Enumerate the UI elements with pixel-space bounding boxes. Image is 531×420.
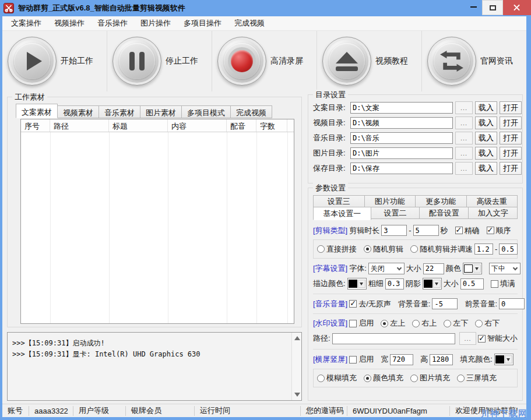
shadow-color-picker[interactable] xyxy=(423,278,442,290)
menu-item-music-ops[interactable]: 音乐操作 xyxy=(91,16,134,30)
blur-fill-radio[interactable] xyxy=(317,375,325,382)
smart-size-checkbox[interactable] xyxy=(478,335,486,343)
video-tutorial-button[interactable]: 视频教程 xyxy=(317,31,421,91)
tab-settings-three[interactable]: 设置三 xyxy=(313,195,365,207)
tab-advanced-dedup[interactable]: 高级去重 xyxy=(466,195,518,207)
menu-item-multiproject-ops[interactable]: 多项目操作 xyxy=(177,16,228,30)
outline-color-picker[interactable] xyxy=(347,278,367,290)
clip-min-input[interactable] xyxy=(381,225,407,236)
tab-settings-two[interactable]: 设置二 xyxy=(371,207,420,219)
copy-dir-input[interactable] xyxy=(350,102,453,114)
column-header-content[interactable]: 内容 xyxy=(168,119,227,132)
watermark-enable-checkbox[interactable] xyxy=(349,320,357,327)
music-dir-browse-button[interactable]: ... xyxy=(455,132,473,144)
tab-add-text[interactable]: 加入文字 xyxy=(468,207,518,219)
stop-work-button[interactable]: 停止工作 xyxy=(107,31,212,91)
fill-color-label: 填充颜色: xyxy=(460,354,493,365)
title-bar[interactable]: 智动群剪_正式版v6.8_智能自动批量剪辑视频软件 xyxy=(0,0,531,16)
font-select[interactable]: 关闭 xyxy=(368,263,405,274)
menu-item-video-ops[interactable]: 视频操作 xyxy=(48,16,91,30)
maximize-button[interactable] xyxy=(482,0,503,15)
tab-copy-material[interactable]: 文案素材 xyxy=(16,104,58,118)
copy-dir-open-button[interactable]: 打开 xyxy=(500,101,522,114)
screen-record-button[interactable]: 高清录屏 xyxy=(212,31,317,91)
speed-min-input[interactable] xyxy=(474,243,493,255)
materials-table-body[interactable] xyxy=(21,132,294,323)
column-header-voiceover[interactable]: 配音 xyxy=(227,119,256,132)
subtitle-color-picker[interactable] xyxy=(463,263,482,274)
image-dir-input[interactable] xyxy=(350,147,453,159)
save-dir-open-button[interactable]: 打开 xyxy=(500,162,522,175)
video-dir-input[interactable] xyxy=(350,117,453,129)
official-news-button[interactable]: 官网资讯 xyxy=(421,31,526,91)
fg-volume-input[interactable] xyxy=(499,298,525,309)
tab-music-material[interactable]: 音乐素材 xyxy=(99,105,140,118)
column-header-wordcount[interactable]: 字数 xyxy=(256,119,287,132)
triple-screen-fill-radio[interactable] xyxy=(457,375,465,382)
screen-height-input[interactable] xyxy=(430,354,453,365)
app-icon[interactable] xyxy=(3,3,14,13)
image-dir-load-button[interactable]: 载入 xyxy=(475,147,497,160)
menu-item-image-ops[interactable]: 图片操作 xyxy=(134,16,177,30)
music-dir-open-button[interactable]: 打开 xyxy=(500,132,522,144)
tab-image-material[interactable]: 图片素材 xyxy=(140,105,182,118)
thickness-input[interactable] xyxy=(385,278,404,290)
fill-checkbox[interactable] xyxy=(491,280,498,288)
log-scrollbar[interactable] xyxy=(291,333,301,400)
direct-join-radio[interactable] xyxy=(317,245,325,253)
log-output[interactable]: >>>【15:09:31】启动成功! >>>【15:09:31】显卡: Inte… xyxy=(7,332,302,401)
column-header-title[interactable]: 标题 xyxy=(109,119,168,132)
column-header-path[interactable]: 路径 xyxy=(50,119,109,132)
bg-volume-input[interactable] xyxy=(432,298,458,309)
screen-enable-checkbox[interactable] xyxy=(349,356,357,363)
random-clip-radio[interactable] xyxy=(364,245,371,253)
menu-item-finished-video[interactable]: 完成视频 xyxy=(228,16,271,30)
video-dir-browse-button[interactable]: ... xyxy=(455,117,473,129)
font-size-input[interactable] xyxy=(423,263,444,274)
menu-item-copy-ops[interactable]: 文案操作 xyxy=(5,16,48,30)
video-dir-load-button[interactable]: 载入 xyxy=(475,117,497,129)
tab-video-material[interactable]: 视频素材 xyxy=(58,105,99,118)
scroll-down-icon[interactable] xyxy=(294,393,300,397)
tab-voiceover-settings[interactable]: 配音设置 xyxy=(419,207,469,219)
subtitle-position-select[interactable]: 下中 xyxy=(489,263,521,274)
order-checkbox[interactable] xyxy=(487,227,494,234)
random-speed-radio[interactable] xyxy=(410,245,418,253)
copy-dir-load-button[interactable]: 载入 xyxy=(475,101,497,114)
video-dir-open-button[interactable]: 打开 xyxy=(500,117,522,129)
tab-multiproject-mode[interactable]: 多项目模式 xyxy=(182,105,231,118)
image-dir-open-button[interactable]: 打开 xyxy=(500,147,522,160)
tab-basic-settings-one[interactable]: 基本设置一 xyxy=(313,207,371,220)
watermark-topright-radio[interactable] xyxy=(412,320,420,327)
watermark-topleft-radio[interactable] xyxy=(381,320,388,327)
fill-color-picker[interactable] xyxy=(494,354,514,365)
tab-finished-video[interactable]: 完成视频 xyxy=(231,105,272,118)
tab-more-functions[interactable]: 更多功能 xyxy=(415,195,467,207)
screen-width-input[interactable] xyxy=(390,354,413,365)
close-button[interactable] xyxy=(503,0,531,15)
scroll-up-icon[interactable] xyxy=(294,336,300,340)
minimize-button[interactable] xyxy=(465,0,482,14)
image-dir-browse-button[interactable]: ... xyxy=(455,147,473,160)
dropdown-arrow-icon xyxy=(433,280,441,288)
image-fill-radio[interactable] xyxy=(410,375,418,382)
save-dir-browse-button[interactable]: ... xyxy=(455,162,473,175)
start-work-button[interactable]: 开始工作 xyxy=(2,31,107,91)
copy-dir-browse-button[interactable]: ... xyxy=(455,101,473,114)
watermark-browse-button[interactable]: ... xyxy=(459,332,476,345)
save-dir-input[interactable] xyxy=(350,163,453,174)
watermark-bottomright-radio[interactable] xyxy=(475,320,483,327)
watermark-bottomleft-radio[interactable] xyxy=(444,320,451,327)
speed-max-input[interactable] xyxy=(499,243,518,255)
music-dir-load-button[interactable]: 载入 xyxy=(475,132,497,144)
column-header-index[interactable]: 序号 xyxy=(21,119,50,132)
tab-image-functions[interactable]: 图片功能 xyxy=(364,195,416,207)
color-fill-radio[interactable] xyxy=(364,375,371,382)
precise-checkbox[interactable] xyxy=(455,227,463,234)
shadow-size-input[interactable] xyxy=(460,278,484,290)
remove-original-audio-checkbox[interactable] xyxy=(349,300,357,308)
save-dir-load-button[interactable]: 载入 xyxy=(475,162,497,175)
clip-max-input[interactable] xyxy=(413,225,439,236)
watermark-path-input[interactable] xyxy=(332,333,456,344)
music-dir-input[interactable] xyxy=(350,132,453,144)
